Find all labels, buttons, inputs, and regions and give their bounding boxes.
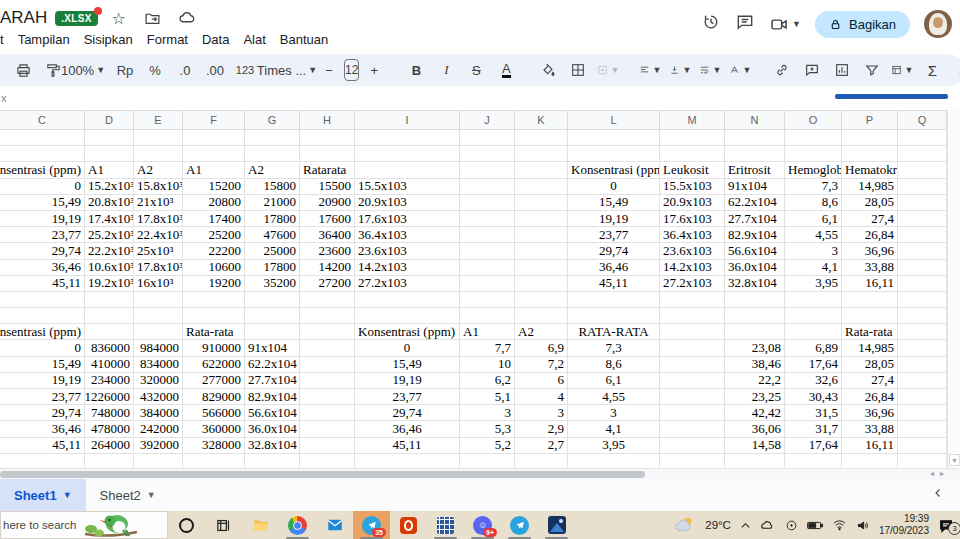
document-title[interactable]: ARAH <box>0 8 47 28</box>
cell[interactable] <box>460 162 515 178</box>
text-rotation-icon[interactable]: ▼ <box>725 58 755 82</box>
cell[interactable] <box>898 438 947 454</box>
avatar[interactable] <box>924 10 952 38</box>
cell[interactable]: 14200 <box>300 260 355 276</box>
tray-app-icon[interactable] <box>785 519 798 532</box>
cell[interactable]: 3 <box>515 405 568 421</box>
cell[interactable] <box>898 179 947 195</box>
cell[interactable]: 82.9x104 <box>245 389 300 405</box>
cell[interactable] <box>85 454 134 468</box>
cell[interactable]: 15200 <box>183 179 245 195</box>
volume-icon[interactable] <box>856 519 870 532</box>
cell[interactable]: 23600 <box>300 243 355 259</box>
menu-item-edit-partial[interactable]: t <box>0 30 11 49</box>
cell[interactable]: Konsentrasi (ppm) <box>0 324 85 340</box>
cell[interactable]: 62.2x104 <box>725 195 785 211</box>
cell[interactable] <box>898 195 947 211</box>
cell[interactable] <box>134 308 183 324</box>
cell[interactable]: 91x104 <box>245 340 300 356</box>
column-header-D[interactable]: D <box>85 111 134 129</box>
column-header-N[interactable]: N <box>725 111 785 129</box>
chevron-down-icon[interactable]: ▼ <box>792 19 801 29</box>
cell[interactable]: 36,96 <box>842 243 898 259</box>
cell[interactable] <box>660 421 725 437</box>
cell[interactable] <box>134 146 183 162</box>
cell[interactable]: 10600 <box>183 260 245 276</box>
cell[interactable] <box>460 146 515 162</box>
cell[interactable] <box>785 454 842 468</box>
cell[interactable] <box>660 146 725 162</box>
cell[interactable] <box>898 130 947 146</box>
cell[interactable]: 17.6x103 <box>355 211 460 227</box>
office-icon[interactable] <box>390 511 427 539</box>
cell[interactable]: 17.6x103 <box>660 211 725 227</box>
wifi-icon[interactable] <box>832 519 847 531</box>
bold-button[interactable]: B <box>401 58 431 82</box>
cell[interactable] <box>785 308 842 324</box>
cell[interactable] <box>660 324 725 340</box>
cell[interactable] <box>785 324 842 340</box>
column-header-J[interactable]: J <box>460 111 515 129</box>
cell[interactable]: 264000 <box>85 438 134 454</box>
cell[interactable]: 17600 <box>300 211 355 227</box>
telegram-icon[interactable] <box>501 511 538 539</box>
cell[interactable]: 29,74 <box>355 405 460 421</box>
cell[interactable]: 20800 <box>183 195 245 211</box>
cell[interactable] <box>898 211 947 227</box>
cell[interactable]: 26,84 <box>842 389 898 405</box>
cell[interactable]: 392000 <box>134 438 183 454</box>
cell[interactable] <box>460 292 515 308</box>
cell[interactable] <box>660 130 725 146</box>
calculator-icon[interactable] <box>427 511 464 539</box>
cell[interactable]: 27.7x104 <box>245 373 300 389</box>
cell[interactable]: Rata-rata <box>842 324 898 340</box>
cell[interactable]: A1 <box>183 162 245 178</box>
notifications-icon[interactable]: 3 <box>938 518 954 533</box>
cell[interactable] <box>515 227 568 243</box>
cell[interactable] <box>460 179 515 195</box>
cell[interactable]: 35200 <box>245 276 300 292</box>
cell[interactable]: 17400 <box>183 211 245 227</box>
cell[interactable]: 15,49 <box>0 195 85 211</box>
cell[interactable] <box>898 421 947 437</box>
cell[interactable] <box>300 357 355 373</box>
cell[interactable]: 23.6x103 <box>660 243 725 259</box>
comments-icon[interactable] <box>735 12 755 36</box>
cell[interactable]: 14.2x103 <box>355 260 460 276</box>
cell[interactable]: 320000 <box>134 373 183 389</box>
column-header-L[interactable]: L <box>568 111 660 129</box>
version-history-icon[interactable] <box>701 12 721 36</box>
cell[interactable]: 5,1 <box>460 389 515 405</box>
cell[interactable]: 20.9x103 <box>355 195 460 211</box>
cell[interactable]: 3 <box>785 243 842 259</box>
cell[interactable]: 15.5x103 <box>660 179 725 195</box>
chrome-icon[interactable] <box>279 511 316 539</box>
cell[interactable] <box>898 292 947 308</box>
cell[interactable]: 32,6 <box>785 373 842 389</box>
cell[interactable] <box>898 340 947 356</box>
cell[interactable] <box>245 146 300 162</box>
cell[interactable]: 36.4x103 <box>660 227 725 243</box>
cell[interactable] <box>515 162 568 178</box>
telegram-active-icon[interactable]: 35 <box>353 511 390 539</box>
battery-icon[interactable] <box>807 520 823 531</box>
cell[interactable] <box>183 130 245 146</box>
cell[interactable] <box>515 146 568 162</box>
cell[interactable]: 29,74 <box>0 405 85 421</box>
insert-link-icon[interactable] <box>767 58 797 82</box>
cell[interactable] <box>460 195 515 211</box>
tab-sheet1[interactable]: Sheet1▼ <box>0 479 86 511</box>
column-header-C[interactable]: C <box>0 111 85 129</box>
cell[interactable]: 45,11 <box>0 276 85 292</box>
cell[interactable]: 27,4 <box>842 373 898 389</box>
cell[interactable]: 622000 <box>183 357 245 373</box>
cell[interactable] <box>355 130 460 146</box>
cell[interactable]: 21x10³ <box>134 195 183 211</box>
cell[interactable] <box>300 421 355 437</box>
cell[interactable]: 384000 <box>134 405 183 421</box>
menu-item-tampilan[interactable]: Tampilan <box>11 30 77 49</box>
cell[interactable] <box>355 308 460 324</box>
cell[interactable]: 3 <box>460 405 515 421</box>
cell[interactable] <box>460 454 515 468</box>
cell[interactable] <box>300 454 355 468</box>
